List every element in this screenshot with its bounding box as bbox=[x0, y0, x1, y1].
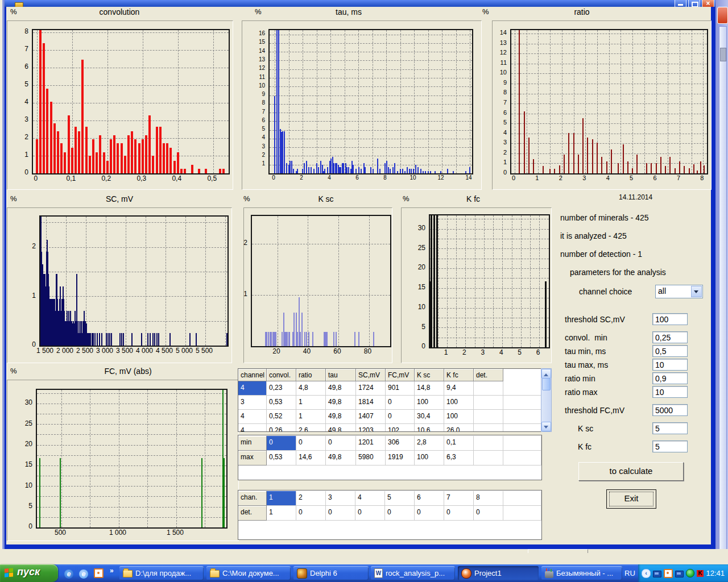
column-header[interactable]: det. bbox=[474, 369, 503, 381]
table-cell[interactable]: 6 bbox=[415, 491, 444, 506]
background-scrollbar-thumb[interactable] bbox=[720, 48, 726, 61]
background-scrollbar[interactable] bbox=[719, 26, 727, 562]
param-input-2[interactable]: 0,5 bbox=[652, 345, 688, 357]
table-cell[interactable]: 0 bbox=[267, 436, 296, 451]
tray-clock[interactable]: 12:41 bbox=[706, 569, 725, 577]
background-close-button-fragment[interactable] bbox=[717, 7, 728, 24]
table-cell[interactable]: 49,8 bbox=[326, 381, 356, 396]
taskbar-button-4[interactable]: Project1 bbox=[458, 566, 539, 580]
column-header[interactable]: K sc bbox=[415, 369, 444, 381]
table-cell[interactable]: 0,53 bbox=[267, 451, 296, 465]
table-cell[interactable]: 1 bbox=[296, 410, 326, 424]
table-cell[interactable]: 1201 bbox=[356, 436, 386, 451]
table-cell[interactable] bbox=[503, 506, 541, 521]
table-cell[interactable]: 0,23 bbox=[267, 381, 296, 396]
table-cell[interactable]: 0 bbox=[386, 396, 415, 410]
table-cell[interactable]: 100 bbox=[415, 396, 444, 410]
table-cell[interactable]: 0 bbox=[444, 506, 474, 521]
column-header[interactable]: FC,mV bbox=[386, 369, 415, 381]
table-cell[interactable]: 26,0 bbox=[444, 424, 474, 432]
row-header[interactable]: max bbox=[238, 451, 267, 465]
param-input-5[interactable]: 10 bbox=[652, 386, 688, 398]
language-indicator[interactable]: RU bbox=[624, 569, 635, 577]
table-cell[interactable]: 1 bbox=[267, 491, 296, 506]
table-cell[interactable]: 49,8 bbox=[326, 396, 356, 410]
scrollbar-thumb[interactable] bbox=[542, 378, 551, 390]
table-cell[interactable]: 1203 bbox=[356, 424, 386, 432]
param-input-6[interactable]: 5000 bbox=[652, 404, 688, 416]
table-cell[interactable] bbox=[503, 491, 541, 506]
table-cell[interactable]: 0 bbox=[385, 506, 415, 521]
clocktray-icon[interactable] bbox=[664, 569, 673, 578]
table-cell[interactable]: 1 bbox=[296, 396, 326, 410]
kaspersky-icon[interactable]: K bbox=[697, 570, 704, 577]
table-cell[interactable]: 0 bbox=[386, 410, 415, 424]
table-cell[interactable]: 4,8 bbox=[296, 381, 326, 396]
table-cell[interactable]: 100 bbox=[444, 410, 474, 424]
param-input-4[interactable]: 0,9 bbox=[652, 372, 688, 384]
table-cell[interactable]: 102 bbox=[386, 424, 415, 432]
taskbar-button-1[interactable]: C:\Мои докуме... bbox=[206, 566, 291, 580]
table-cell[interactable]: 0,52 bbox=[267, 410, 296, 424]
table-cell[interactable]: 901 bbox=[386, 381, 415, 396]
table-cell[interactable]: 2 bbox=[296, 491, 326, 506]
column-header[interactable]: ratio bbox=[296, 369, 326, 381]
table-cell[interactable]: 1 bbox=[267, 506, 296, 521]
table-cell[interactable]: 49,8 bbox=[326, 424, 356, 432]
row-header[interactable]: det. bbox=[238, 506, 267, 521]
column-header[interactable]: SC,mV bbox=[356, 369, 386, 381]
table-cell[interactable]: 8 bbox=[474, 491, 503, 506]
table-cell[interactable] bbox=[503, 410, 541, 424]
table-cell[interactable]: 1407 bbox=[356, 410, 386, 424]
table-cell[interactable]: 0 bbox=[326, 506, 355, 521]
table-cell[interactable]: 4 bbox=[238, 424, 267, 432]
table-cell[interactable]: 5 bbox=[385, 491, 415, 506]
table-cell[interactable] bbox=[503, 396, 541, 410]
row-header[interactable]: chan. bbox=[238, 491, 267, 506]
table-cell[interactable]: 0 bbox=[415, 506, 444, 521]
table-cell[interactable]: 0,26 bbox=[267, 424, 296, 432]
quick-launch-item[interactable]: e bbox=[79, 568, 88, 579]
column-header[interactable]: channel bbox=[238, 369, 267, 381]
table-cell[interactable]: 5980 bbox=[356, 451, 386, 465]
table-cell[interactable]: 2,8 bbox=[415, 436, 444, 451]
table-cell[interactable]: 3 bbox=[238, 396, 267, 410]
table-cell[interactable]: 6,3 bbox=[444, 451, 474, 465]
table-cell[interactable] bbox=[503, 436, 541, 451]
taskbar-button-2[interactable]: Delphi 6 bbox=[293, 566, 369, 580]
table-cell[interactable] bbox=[474, 451, 503, 465]
background-button-fragment[interactable] bbox=[528, 549, 588, 553]
quick-launch-overflow-chevron[interactable]: » bbox=[110, 567, 114, 575]
table-cell[interactable]: 0 bbox=[296, 436, 326, 451]
scroll-down-button[interactable] bbox=[541, 422, 551, 431]
param-input-7[interactable]: 5 bbox=[652, 422, 688, 434]
table-cell[interactable]: 1814 bbox=[356, 396, 386, 410]
taskbar-button-0[interactable]: D:\для продаж... bbox=[119, 566, 204, 580]
table-cell[interactable]: 4 bbox=[238, 381, 267, 396]
table-cell[interactable]: 0 bbox=[474, 506, 503, 521]
quick-launch-item[interactable]: e bbox=[64, 568, 73, 579]
table-cell[interactable]: 0,53 bbox=[267, 396, 296, 410]
exit-button[interactable]: Exit bbox=[606, 489, 656, 509]
table-cell[interactable]: 0 bbox=[296, 506, 326, 521]
title-bar[interactable] bbox=[5, 0, 715, 7]
table-cell[interactable]: 0 bbox=[355, 506, 385, 521]
table-cell[interactable]: 0,1 bbox=[444, 436, 474, 451]
column-header[interactable]: K fc bbox=[444, 369, 474, 381]
taskbar-button-5[interactable]: Безымянный - ... bbox=[541, 566, 622, 580]
table-cell[interactable] bbox=[503, 424, 541, 432]
table-cell[interactable]: 14,8 bbox=[415, 381, 444, 396]
table-cell[interactable] bbox=[474, 436, 503, 451]
param-input-1[interactable]: 0,25 bbox=[652, 331, 688, 343]
param-input-8[interactable]: 5 bbox=[652, 440, 688, 452]
network-icon[interactable] bbox=[653, 571, 661, 577]
param-input-0[interactable]: 100 bbox=[652, 313, 688, 325]
table-scrollbar[interactable] bbox=[541, 368, 552, 432]
quick-launch-item[interactable] bbox=[94, 568, 104, 580]
table-cell[interactable] bbox=[474, 381, 503, 396]
network-icon[interactable] bbox=[675, 571, 684, 577]
start-button[interactable]: пуск bbox=[0, 564, 58, 582]
table-cell[interactable]: 1919 bbox=[386, 451, 415, 465]
table-cell[interactable]: 14,6 bbox=[296, 451, 326, 465]
taskbar-button-3[interactable]: Wrock_analysis_p... bbox=[371, 566, 455, 580]
